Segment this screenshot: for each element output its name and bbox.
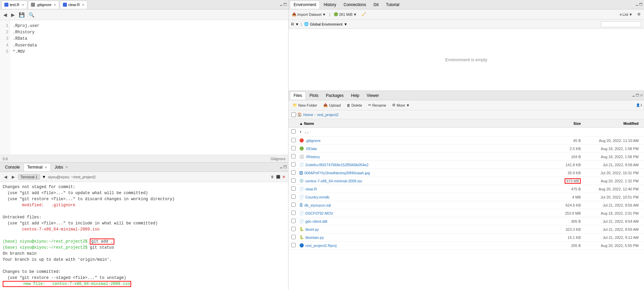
save-button[interactable]: 💾	[17, 11, 26, 18]
gitignore-file-icon	[31, 3, 35, 7]
filename-rdata[interactable]: 🟢.RData	[299, 146, 547, 151]
files-minimize-button[interactable]: 🗕	[632, 94, 635, 97]
list-chevron-icon: ▼	[629, 12, 633, 16]
list-view-button[interactable]: ≡ List ▼	[618, 12, 634, 17]
check-rhistory[interactable]	[291, 154, 296, 158]
chevron-down-icon[interactable]: ▼	[42, 175, 46, 179]
tab-close-gitignore[interactable]: ✕	[53, 3, 56, 7]
filename-rhistory[interactable]: ⬜.Rhistory	[299, 154, 547, 159]
tab-console[interactable]: Console	[1, 163, 24, 171]
tab-tutorial[interactable]: Tutorial	[382, 1, 403, 9]
env-settings-button[interactable]: ⚙	[636, 12, 642, 17]
check-gdc-client[interactable]	[291, 219, 296, 223]
tab-connections[interactable]: Connections	[340, 1, 370, 9]
filename-clear-r[interactable]: 📄clear.R	[299, 187, 547, 191]
global-env-selector[interactable]: 🌐 Global Environment ▼	[304, 22, 348, 26]
file-row-clear-r: 📄clear.R 475 B Aug 20, 2022, 12:40 PM	[289, 185, 644, 193]
import-dataset-button[interactable]: 📥 Import Dataset ▼	[291, 12, 327, 17]
tab-gitignore[interactable]: .gitignore ✕	[28, 1, 59, 9]
filename-rproj[interactable]: 🔵rest_project2.Rproj	[299, 243, 547, 248]
breadcrumb-home[interactable]: Home	[303, 113, 313, 117]
terminal-tab-close[interactable]: ✕	[44, 166, 47, 169]
tab-close-test-r[interactable]: ✕	[22, 3, 24, 7]
console-resize-buttons: 🗕 🗖	[279, 165, 287, 169]
files-info-button[interactable]: ℹ	[641, 103, 642, 107]
jobs-tab-close[interactable]: ✕	[65, 165, 68, 169]
terminal-clear-button[interactable]: 🗑	[271, 175, 274, 179]
delete-button[interactable]: 🗑 Delete	[345, 103, 364, 108]
memory-usage-button[interactable]: 🟢 281 MiB ▼	[332, 12, 358, 17]
tab-clear-r[interactable]: clear.R ✕	[60, 1, 87, 9]
files-maximize-button[interactable]: 🗖	[636, 94, 639, 97]
back-button[interactable]: ◀	[2, 11, 8, 18]
check-006[interactable]	[291, 170, 296, 175]
tab-files[interactable]: Files	[290, 92, 306, 100]
filename-006[interactable]: 🖼006APoFYly1fnedhtexhsj30f40ciaah.jpg	[299, 171, 547, 175]
check-db-sql[interactable]	[291, 203, 296, 207]
tab-terminal[interactable]: Terminal ✕	[24, 163, 51, 171]
editor-maximize-button[interactable]: 🗖	[283, 3, 287, 6]
filename-centos-iso[interactable]: 💿centos-7-x86_64-minimal-2009.iso	[299, 179, 547, 183]
filename-db-sql[interactable]: 🗄db_xiyouyun.sql	[299, 203, 547, 207]
r-env-selector[interactable]: R ▼	[291, 22, 299, 26]
cmd-git-status: git status	[90, 245, 114, 250]
filename-gitignore[interactable]: 🔴.gitignore	[299, 138, 547, 143]
select-all-checkbox[interactable]	[291, 112, 296, 117]
upload-button[interactable]: 📤 Upload	[321, 103, 343, 108]
filename-gdc-client[interactable]: 📄gdc-client.ddt	[299, 219, 547, 223]
tab-test-r[interactable]: test.R ✕	[1, 1, 27, 9]
search-button[interactable]: 🔍	[27, 11, 36, 18]
console-back-button[interactable]: ◀	[3, 174, 8, 180]
tab-history[interactable]: History	[320, 1, 340, 9]
check-clear-r[interactable]	[291, 186, 296, 191]
tab-git[interactable]: Git	[370, 1, 382, 9]
tab-plots[interactable]: Plots	[306, 92, 322, 100]
import-icon: 📥	[292, 12, 297, 16]
check-libvirt[interactable]	[291, 227, 296, 231]
console-minimize-button[interactable]: 🗕	[279, 165, 283, 169]
tab-help[interactable]: Help	[347, 92, 363, 100]
env-maximize-button[interactable]: 🗖	[639, 3, 643, 6]
more-button[interactable]: ⚙ More ▼	[390, 103, 412, 108]
check-rdata[interactable]	[291, 146, 296, 150]
check-country-mmdb[interactable]	[291, 194, 296, 199]
console-forward-button[interactable]: ▶	[10, 174, 16, 180]
code-content[interactable]: .Rproj.user .Rhistory .RData .Ruserdata …	[10, 20, 288, 155]
rename-button[interactable]: ✏ Rename	[366, 103, 388, 108]
check-rproj[interactable]	[291, 243, 296, 247]
tab-packages[interactable]: Packages	[322, 92, 347, 100]
check-gitignore[interactable]	[291, 138, 296, 142]
check-up[interactable]	[291, 129, 296, 134]
console-maximize-button[interactable]: 🗖	[283, 165, 287, 169]
home-icon: 🏠	[297, 112, 302, 117]
name-col-header[interactable]: ▲ Name	[299, 121, 547, 125]
filename-libvirtaio[interactable]: 🐍libvirtaio.py	[299, 235, 547, 240]
filename-2cde[interactable]: 📄2cde6cc95f2747668e152f5666b054e2	[299, 162, 547, 167]
terminal-close-button[interactable]: ✕	[282, 175, 286, 179]
env-search-input[interactable]	[601, 21, 641, 27]
files-refresh-button[interactable]: ↺	[640, 94, 643, 97]
tab-jobs[interactable]: Jobs ✕	[51, 163, 71, 171]
new-folder-button[interactable]: 📁 New Folder	[291, 103, 319, 108]
filename-dscf-mov[interactable]: 📄DSCF0792.MOV	[299, 211, 547, 215]
check-dscf-mov[interactable]	[291, 211, 296, 215]
filename-libvirt[interactable]: 🐍libvirt.py	[299, 227, 547, 231]
env-minimize-button[interactable]: 🗕	[635, 3, 639, 6]
terminal-label[interactable]: Terminal 1	[18, 174, 40, 180]
tab-environment[interactable]: Environment	[290, 1, 320, 9]
clear-env-button[interactable]: 🧹	[360, 12, 368, 17]
check-2cde[interactable]	[291, 162, 296, 167]
filename-country-mmdb[interactable]: 📄Country.mmdb	[299, 195, 547, 199]
modified-col-header[interactable]: Modified	[581, 121, 641, 125]
check-libvirtaio[interactable]	[291, 235, 296, 239]
forward-button[interactable]: ▶	[10, 11, 16, 18]
file-row-up[interactable]: ⬆ ..	[289, 128, 644, 137]
files-user-icon[interactable]: 👤	[636, 103, 640, 107]
tab-close-clear-r[interactable]: ✕	[82, 3, 84, 7]
tab-viewer[interactable]: Viewer	[363, 92, 382, 100]
check-centos-iso[interactable]	[291, 178, 296, 183]
size-col-header[interactable]: Size	[547, 121, 581, 125]
terminal-expand-button[interactable]: ⬛	[276, 175, 280, 179]
editor-minimize-button[interactable]: 🗕	[279, 3, 283, 6]
breadcrumb-project[interactable]: rest_project2	[317, 113, 339, 117]
